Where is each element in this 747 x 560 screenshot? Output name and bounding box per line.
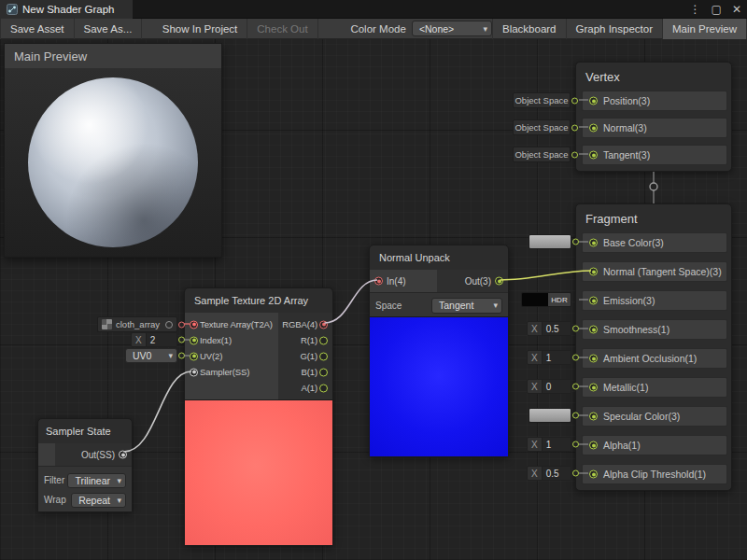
fragment-row-ambient-occlusion[interactable]: Ambient Occlusion(1)	[582, 348, 727, 369]
chip-output-dot[interactable]	[572, 326, 579, 332]
index-input-port[interactable]	[190, 336, 198, 344]
save-as-button[interactable]: Save As...	[75, 19, 143, 39]
chip-output-dot[interactable]	[571, 97, 578, 104]
vertex-row-normal[interactable]: Normal(3)	[582, 118, 727, 138]
save-asset-button[interactable]: Save Asset	[0, 19, 75, 39]
rgba-output-port[interactable]	[319, 320, 328, 329]
space-dropdown[interactable]: Tangent	[431, 298, 502, 314]
normal-unpack-node[interactable]: Normal Unpack In(4) Out(3) Space Tangent	[369, 245, 509, 457]
b-output-row[interactable]: B(1)	[278, 364, 332, 380]
fragment-row-specular-color[interactable]: Specular Color(3)	[582, 406, 727, 427]
vertex-row-tangent[interactable]: Tangent(3)	[582, 145, 727, 165]
maximize-icon[interactable]: ▢	[712, 0, 722, 19]
chip-output-dot[interactable]	[572, 384, 579, 390]
chip-output-dot[interactable]	[571, 124, 578, 131]
chip-output-dot[interactable]	[572, 413, 579, 419]
r-output-row[interactable]: R(1)	[278, 332, 332, 348]
sampler-input-port[interactable]	[190, 368, 198, 376]
normal-space-chip[interactable]: Object Space	[513, 119, 571, 135]
main-preview-title: Main Preview	[14, 49, 87, 63]
r-output-port[interactable]	[319, 336, 328, 344]
position-input-port[interactable]	[589, 97, 598, 105]
g-output-row[interactable]: G(1)	[278, 348, 332, 364]
fragment-row-alpha-clip-threshold[interactable]: Alpha Clip Threshold(1)	[582, 464, 727, 484]
close-icon[interactable]: ✕	[732, 0, 741, 19]
chip-output-dot[interactable]	[178, 353, 185, 359]
a-output-port[interactable]	[319, 384, 328, 392]
chip-output-dot[interactable]	[572, 239, 579, 245]
normal-unpack-out-port[interactable]	[495, 277, 503, 286]
index-float-field[interactable]: X 2	[131, 332, 177, 347]
fragment-row-normal-ts[interactable]: Normal (Tangent Space)(3)	[582, 261, 727, 282]
main-preview-panel[interactable]: Main Preview	[4, 43, 222, 258]
sample-texture-2d-array-node[interactable]: Sample Texture 2D Array Texture Array(T2…	[184, 287, 333, 546]
base-color-input-port[interactable]	[589, 239, 598, 247]
chip-output-dot[interactable]	[571, 151, 578, 158]
graph-inspector-toggle-button[interactable]: Graph Inspector	[567, 19, 663, 39]
sampler-state-node[interactable]: Sampler State Out(SS) Filter Trilinear W…	[37, 418, 133, 512]
chip-output-dot[interactable]	[572, 470, 579, 477]
sampler-state-out-port[interactable]	[119, 451, 127, 459]
texture-array-input-row[interactable]: Texture Array(T2A)	[185, 316, 278, 332]
alpha-float-field[interactable]: X 1	[527, 437, 571, 452]
fragment-row-metallic[interactable]: Metallic(1)	[582, 377, 727, 398]
chip-output-dot[interactable]	[178, 337, 185, 343]
emission-hdr-color-field[interactable]: HDR	[521, 292, 571, 307]
object-picker-icon[interactable]	[165, 321, 173, 329]
emission-color-swatch[interactable]	[522, 293, 548, 306]
index-input-row[interactable]: Index(1)	[185, 332, 278, 348]
fragment-context-node[interactable]: Fragment Base Color(3) Normal (Tangent S…	[575, 203, 732, 491]
alpha-input-port[interactable]	[589, 441, 598, 450]
tangent-input-port[interactable]	[589, 151, 598, 160]
main-preview-toggle-button[interactable]: Main Preview	[663, 19, 747, 39]
position-space-chip[interactable]: Object Space	[513, 92, 571, 108]
ambient-occlusion-float-field[interactable]: X 1	[527, 350, 571, 365]
smoothness-float-field[interactable]: X 0.5	[527, 321, 571, 336]
emission-input-port[interactable]	[589, 297, 598, 305]
alpha-clip-threshold-input-port[interactable]	[589, 470, 598, 479]
texture-array-object-field[interactable]: cloth_array	[97, 316, 177, 332]
vertex-row-position[interactable]: Position(3)	[582, 91, 727, 111]
vertex-context-node[interactable]: Vertex Position(3) Normal(3) Tangent(3)	[575, 62, 732, 172]
sampler-input-row[interactable]: Sampler(SS)	[185, 364, 278, 380]
normal-input-port[interactable]	[589, 124, 598, 133]
toolbar: Save Asset Save As... Show In Project Ch…	[0, 19, 747, 39]
color-mode-dropdown[interactable]: <None>	[412, 21, 492, 36]
vertex-node-title: Vertex	[576, 63, 731, 91]
specular-color-swatch[interactable]	[529, 408, 571, 423]
window-tab[interactable]: New Shader Graph	[0, 0, 133, 19]
alpha-clip-threshold-float-field[interactable]: X 0.5	[527, 466, 571, 481]
fragment-row-alpha[interactable]: Alpha(1)	[582, 435, 727, 455]
texture-array-input-port[interactable]	[190, 320, 198, 329]
ambient-occlusion-input-port[interactable]	[589, 355, 598, 363]
window-title: New Shader Graph	[22, 4, 114, 15]
show-in-project-button[interactable]: Show In Project	[153, 19, 248, 39]
window-menu-icon[interactable]: ⋮	[690, 0, 701, 19]
a-output-row[interactable]: A(1)	[278, 380, 332, 396]
normal-tangent-space-input-port[interactable]	[589, 268, 598, 276]
rgba-output-row[interactable]: RGBA(4)	[278, 316, 332, 332]
fragment-row-smoothness[interactable]: Smoothness(1)	[582, 319, 727, 340]
main-preview-header[interactable]: Main Preview	[5, 44, 221, 68]
shader-graph-window: New Shader Graph ⋮ ▢ ✕ Save Asset Save A…	[0, 0, 747, 560]
uv-input-port[interactable]	[190, 352, 198, 360]
normal-unpack-in-port[interactable]	[374, 277, 383, 286]
tangent-space-chip[interactable]: Object Space	[513, 147, 571, 162]
fragment-row-base-color[interactable]: Base Color(3)	[582, 232, 727, 253]
filter-dropdown[interactable]: Trilinear	[67, 473, 126, 488]
uv-channel-dropdown[interactable]: UV0	[125, 348, 177, 363]
chip-output-dot[interactable]	[178, 321, 185, 328]
metallic-float-field[interactable]: X 0	[527, 379, 571, 394]
blackboard-toggle-button[interactable]: Blackboard	[492, 19, 567, 39]
specular-color-input-port[interactable]	[589, 413, 598, 421]
b-output-port[interactable]	[319, 368, 328, 376]
chip-output-dot[interactable]	[572, 355, 579, 361]
fragment-row-emission[interactable]: Emission(3)	[582, 290, 727, 311]
smoothness-input-port[interactable]	[589, 326, 598, 334]
wrap-dropdown[interactable]: Repeat	[71, 493, 126, 508]
metallic-input-port[interactable]	[589, 384, 598, 392]
base-color-swatch[interactable]	[529, 234, 571, 249]
uv-input-row[interactable]: UV(2)	[185, 348, 278, 364]
g-output-port[interactable]	[319, 352, 328, 360]
chip-output-dot[interactable]	[572, 441, 579, 448]
